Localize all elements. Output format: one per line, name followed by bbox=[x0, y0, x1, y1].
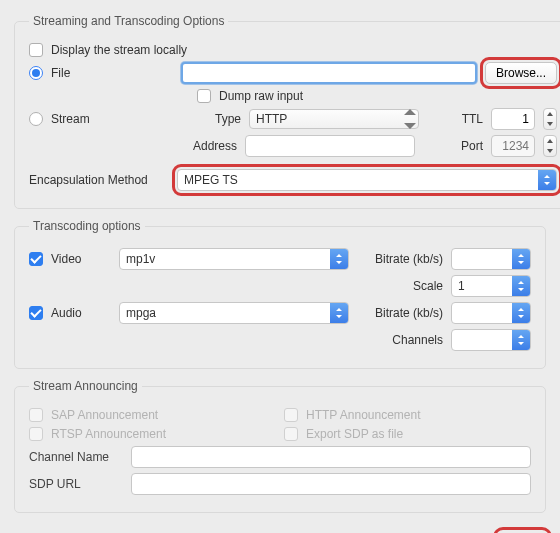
sap-checkbox bbox=[29, 408, 43, 422]
address-input[interactable] bbox=[245, 135, 415, 157]
export-sdp-label: Export SDP as file bbox=[306, 427, 403, 441]
transcoding-options: Transcoding options Video mp1v Bitrate (… bbox=[14, 219, 546, 369]
stream-label: Stream bbox=[51, 112, 173, 126]
audio-label: Audio bbox=[51, 306, 111, 320]
file-label: File bbox=[51, 66, 173, 80]
video-bitrate-select[interactable] bbox=[451, 248, 531, 270]
sap-label: SAP Announcement bbox=[51, 408, 158, 422]
chevron-updown-icon bbox=[330, 303, 348, 323]
browse-button[interactable]: Browse... bbox=[485, 62, 557, 84]
ttl-label: TTL bbox=[435, 112, 483, 126]
chevron-updown-icon bbox=[402, 109, 418, 129]
section-title: Transcoding options bbox=[29, 219, 145, 233]
file-path-input[interactable] bbox=[181, 62, 477, 84]
chevron-updown-icon bbox=[538, 170, 556, 190]
port-label: Port bbox=[435, 139, 483, 153]
section-title: Stream Announcing bbox=[29, 379, 142, 393]
audio-checkbox[interactable] bbox=[29, 306, 43, 320]
channels-label: Channels bbox=[392, 333, 443, 347]
chevron-updown-icon bbox=[512, 330, 530, 350]
video-bitrate-label: Bitrate (kb/s) bbox=[375, 252, 443, 266]
scale-label: Scale bbox=[413, 279, 443, 293]
export-sdp-checkbox bbox=[284, 427, 298, 441]
type-select[interactable]: HTTP bbox=[249, 109, 419, 129]
chevron-updown-icon bbox=[330, 249, 348, 269]
port-input[interactable] bbox=[491, 135, 535, 157]
channel-name-input[interactable] bbox=[131, 446, 531, 468]
rtsp-label: RTSP Announcement bbox=[51, 427, 166, 441]
chevron-updown-icon bbox=[512, 276, 530, 296]
channel-name-label: Channel Name bbox=[29, 450, 123, 464]
encap-label: Encapsulation Method bbox=[29, 173, 169, 187]
dump-raw-checkbox[interactable] bbox=[197, 89, 211, 103]
video-codec-select[interactable]: mp1v bbox=[119, 248, 349, 270]
sdp-url-input[interactable] bbox=[131, 473, 531, 495]
rtsp-checkbox bbox=[29, 427, 43, 441]
chevron-updown-icon bbox=[512, 249, 530, 269]
chevron-updown-icon bbox=[512, 303, 530, 323]
http-announce-checkbox bbox=[284, 408, 298, 422]
stream-announcing: Stream Announcing SAP Announcement HTTP … bbox=[14, 379, 546, 513]
stream-radio[interactable] bbox=[29, 112, 43, 126]
streaming-transcoding-options: Streaming and Transcoding Options Displa… bbox=[14, 14, 560, 209]
audio-codec-select[interactable]: mpga bbox=[119, 302, 349, 324]
file-radio[interactable] bbox=[29, 66, 43, 80]
section-title: Streaming and Transcoding Options bbox=[29, 14, 228, 28]
scale-select[interactable]: 1 bbox=[451, 275, 531, 297]
display-locally-label: Display the stream locally bbox=[51, 43, 187, 57]
sdp-url-label: SDP URL bbox=[29, 477, 123, 491]
video-checkbox[interactable] bbox=[29, 252, 43, 266]
address-label: Address bbox=[177, 139, 237, 153]
http-announce-label: HTTP Announcement bbox=[306, 408, 421, 422]
ttl-stepper[interactable] bbox=[543, 108, 557, 130]
display-locally-checkbox[interactable] bbox=[29, 43, 43, 57]
channels-select[interactable] bbox=[451, 329, 531, 351]
video-label: Video bbox=[51, 252, 111, 266]
type-label: Type bbox=[181, 112, 241, 126]
audio-bitrate-label: Bitrate (kb/s) bbox=[375, 306, 443, 320]
dump-raw-label: Dump raw input bbox=[219, 89, 303, 103]
ttl-input[interactable] bbox=[491, 108, 535, 130]
audio-bitrate-select[interactable] bbox=[451, 302, 531, 324]
encapsulation-select[interactable]: MPEG TS bbox=[177, 169, 557, 191]
port-stepper[interactable] bbox=[543, 135, 557, 157]
